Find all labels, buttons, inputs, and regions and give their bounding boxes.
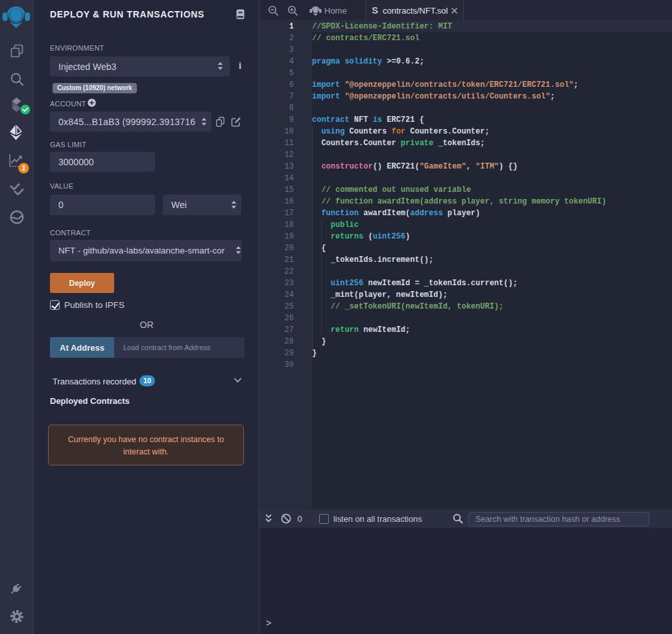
svg-text:1: 1	[22, 164, 26, 172]
